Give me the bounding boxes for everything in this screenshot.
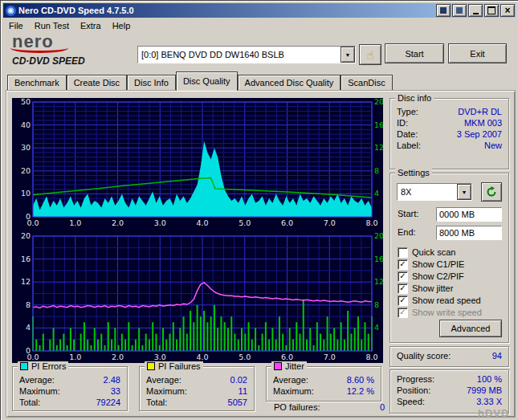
checkbox-show-c2-pif[interactable]: ✓Show C2/PIF (398, 271, 464, 282)
disc-date-value: 3 Sep 2007 (457, 129, 502, 139)
menu-item-help[interactable]: Help (107, 20, 137, 31)
disc-info-row: ID:MKM 003 (390, 117, 508, 128)
titlebar-tool-button-2[interactable] (452, 4, 467, 17)
stat-row: Average:2.48 (13, 374, 127, 385)
menu-item-file[interactable]: File (3, 20, 29, 31)
refresh-button[interactable] (481, 182, 502, 202)
logo-subtext: CD·DVD SPEED (12, 55, 85, 67)
svg-text:30: 30 (21, 143, 31, 152)
tab-benchmark[interactable]: Benchmark (7, 75, 67, 91)
svg-text:4: 4 (26, 323, 31, 332)
tab-create-disc[interactable]: Create Disc (67, 75, 127, 91)
tab-disc-quality[interactable]: Disc Quality (176, 71, 238, 91)
checkbox-show-jitter[interactable]: ✓Show jitter (398, 283, 453, 294)
svg-text:6.0: 6.0 (281, 218, 293, 227)
pie-swatch-icon (20, 362, 28, 370)
menu-item-extra[interactable]: Extra (75, 20, 107, 31)
svg-text:40: 40 (21, 120, 31, 129)
tab-advanced-disc-quality[interactable]: Advanced Disc Quality (238, 75, 341, 91)
disc-id-value: MKM 003 (464, 118, 502, 128)
stat-label: Average: (273, 375, 308, 385)
chevron-down-icon[interactable]: ▼ (341, 47, 355, 63)
disc-type-value: DVD+R DL (458, 107, 502, 116)
stat-row: Maximum:33 (13, 385, 127, 397)
close-icon: × (504, 6, 510, 14)
checkbox-show-c1-pie[interactable]: ✓Show C1/PIE (398, 259, 464, 270)
window-title: Nero CD-DVD Speed 4.7.5.0 (18, 6, 434, 15)
checkbox-box: ✓ (398, 247, 408, 258)
hand-tool-button[interactable]: ☝ (359, 44, 381, 65)
disc-info-row: Label:New (390, 140, 508, 151)
checkbox-label: Show C1/PIE (412, 259, 464, 269)
disc-info-title: Disc info (395, 93, 434, 103)
svg-text:8: 8 (374, 300, 379, 309)
stat-label: Maximum: (273, 386, 314, 396)
maximize-button[interactable] (484, 4, 499, 17)
stat-label: Average: (19, 375, 55, 385)
svg-text:16: 16 (374, 120, 383, 129)
speed-select[interactable]: 8X ▼ (397, 183, 472, 201)
disc-type-label: Type: (397, 107, 418, 116)
check-icon: ✓ (399, 296, 406, 304)
svg-text:4.0: 4.0 (196, 353, 208, 361)
svg-text:5.0: 5.0 (239, 218, 251, 227)
checkbox-label: Quick scan (412, 247, 455, 257)
exit-button[interactable]: Exit (448, 43, 507, 63)
watermark: hDVD (478, 407, 509, 419)
svg-text:8.0: 8.0 (365, 353, 377, 361)
jitter-legend: Jitter (271, 361, 307, 371)
pie-read-speed-chart: 01020304050481216200.01.02.03.04.05.06.0… (12, 98, 383, 229)
checkbox-box: ✓ (398, 271, 408, 282)
checkbox-show-read-speed[interactable]: ✓Show read speed (398, 295, 481, 306)
tab-scandisc[interactable]: ScanDisc (341, 75, 392, 91)
pif-jitter-chart: 048121620481216200.01.02.03.04.05.06.07.… (12, 232, 383, 363)
stat-row: Average:0.02 (140, 374, 254, 385)
start-mb-input[interactable] (436, 207, 502, 222)
titlebar-tool-button-1[interactable] (436, 4, 451, 17)
tab-bar: Benchmark Create Disc Disc Info Disc Qua… (7, 73, 393, 91)
start-button[interactable]: Start (385, 43, 444, 63)
stat-label: Average: (146, 375, 182, 385)
chevron-down-icon[interactable]: ▼ (457, 184, 471, 200)
check-icon: ✓ (399, 284, 406, 292)
svg-text:0.0: 0.0 (27, 218, 39, 227)
pi-errors-group: PI Errors Average:2.48 Maximum:33 Total:… (12, 366, 128, 411)
title-bar: Nero CD-DVD Speed 4.7.5.0 × (3, 3, 516, 18)
quality-score-value: 94 (492, 351, 502, 361)
settings-title: Settings (395, 168, 432, 177)
position-row: Position:7999 MB (390, 385, 508, 396)
settings-group: Settings 8X ▼ Start: End: ✓Quick scan ✓S… (390, 173, 509, 343)
stat-row: Maximum:11 (140, 385, 254, 397)
advanced-button[interactable]: Advanced (439, 320, 502, 337)
hand-icon: ☝ (366, 49, 373, 61)
checkbox-show-write-speed[interactable]: ✓Show write speed (398, 307, 482, 318)
check-icon: ✓ (399, 308, 406, 316)
progress-label: Progress: (397, 374, 434, 384)
drive-select-value: [0:0] BENQ DVD DD DW1640 BSLB (138, 48, 341, 61)
logo-swoosh (10, 41, 68, 53)
maximize-icon (487, 6, 496, 14)
drive-select[interactable]: [0:0] BENQ DVD DD DW1640 BSLB ▼ (137, 46, 356, 63)
svg-text:12: 12 (21, 277, 31, 286)
disc-date-label: Date: (397, 129, 418, 139)
stat-value: 11 (239, 386, 247, 396)
progress-row: Progress:100 % (390, 373, 508, 385)
jitter-swatch-icon (274, 362, 282, 370)
svg-text:6.0: 6.0 (281, 353, 293, 361)
position-value: 7999 MB (467, 385, 502, 395)
tab-disc-info[interactable]: Disc Info (127, 75, 176, 91)
svg-text:20: 20 (21, 166, 31, 175)
end-mb-input[interactable] (436, 226, 502, 240)
close-button[interactable]: × (500, 4, 515, 17)
stat-value: 33 (111, 386, 120, 396)
checkbox-quick-scan[interactable]: ✓Quick scan (398, 247, 455, 258)
svg-text:1.0: 1.0 (69, 353, 81, 361)
pif-swatch-icon (147, 362, 155, 370)
pi-failures-legend-text: PI Failures (158, 361, 201, 371)
menu-item-run-test[interactable]: Run Test (29, 20, 75, 31)
svg-text:12: 12 (374, 277, 383, 286)
svg-text:3.0: 3.0 (154, 353, 166, 361)
disc-info-group: Disc info Type:DVD+R DL ID:MKM 003 Date:… (390, 98, 509, 169)
minimize-button[interactable] (468, 4, 483, 17)
stat-label: Total: (19, 398, 40, 407)
